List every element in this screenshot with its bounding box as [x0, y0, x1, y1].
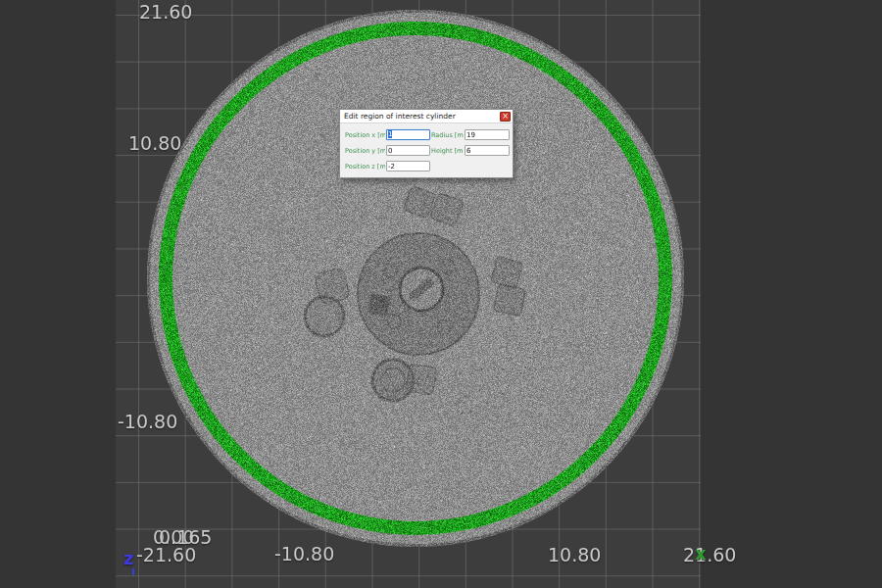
roi-dialog-body: Position x [mm]: 1 Radius [mm]: Position… [340, 123, 513, 177]
position-y-label: Position y [mm]: [345, 147, 385, 155]
x-axis-letter: x [695, 545, 707, 563]
x-tick--21.60: -21.60 [136, 545, 196, 564]
radius-field[interactable] [465, 129, 510, 140]
height-field[interactable] [465, 145, 510, 156]
z-axis-letter: z [123, 550, 133, 567]
y-tick-21.60: 21.60 [139, 2, 192, 22]
ct-slice-view[interactable] [145, 8, 686, 549]
y-tick--10.80: -10.80 [118, 412, 177, 431]
position-z-field[interactable] [386, 161, 430, 172]
z-axis-tick [132, 568, 134, 575]
height-label: Height [mm]: [431, 147, 464, 155]
y-tick-10.80: 10.80 [128, 133, 181, 153]
radius-label: Radius [mm]: [431, 131, 464, 139]
position-x-field[interactable]: 1 [386, 129, 430, 140]
close-icon[interactable]: × [500, 112, 511, 122]
position-y-field[interactable] [386, 145, 430, 156]
x-tick-10.80: 10.80 [548, 545, 601, 564]
position-x-value: 1 [388, 130, 392, 138]
x-tick-21.60: 21.60 [683, 545, 736, 564]
position-x-label: Position x [mm]: [345, 131, 385, 139]
roi-dialog-title: Edit region of interest cylinder [344, 112, 500, 121]
position-z-label: Position z [mm]: [345, 163, 385, 171]
roi-dialog-titlebar[interactable]: Edit region of interest cylinder × [340, 110, 513, 123]
x-tick--10.80: -10.80 [274, 544, 334, 564]
roi-dialog: Edit region of interest cylinder × Posit… [339, 109, 514, 178]
viewer-window: 21.60 10.80 -10.80 0.00 0.165 -21.60 -10… [0, 0, 882, 588]
